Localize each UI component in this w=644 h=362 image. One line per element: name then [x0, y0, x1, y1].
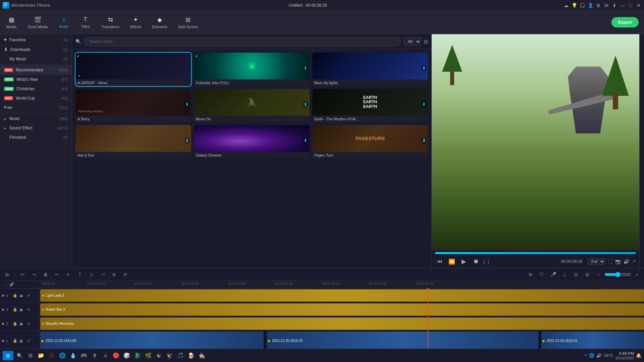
zoom-out-button[interactable]: − [594, 270, 603, 279]
track-mute-button-3[interactable]: 🔈 [19, 307, 25, 313]
timeline-link-button[interactable]: 🔗 [9, 282, 15, 288]
text-tool-button[interactable]: T [75, 270, 84, 279]
audio-preview-btn[interactable]: 🔊 [624, 259, 629, 264]
export-button[interactable]: Export [611, 17, 639, 27]
monitor-icon[interactable]: 🖥 [596, 3, 601, 8]
headset-icon[interactable]: 🎧 [580, 3, 585, 8]
playhead[interactable] [428, 289, 428, 358]
mixer-button[interactable]: ⊥ [560, 270, 569, 279]
cut-button[interactable]: ✂ [53, 270, 61, 279]
taskbar-file-explorer[interactable]: 📁 [36, 351, 46, 360]
step-back-button[interactable]: ⏪ [447, 257, 457, 266]
grid-view-button[interactable]: ⊞ [424, 39, 428, 45]
sidebar-item-music[interactable]: ▶ Music (995) [0, 114, 72, 123]
track-visibility-button-4[interactable]: 👁 [25, 293, 32, 299]
sidebar-item-favorites[interactable]: ♥ Favorites (0) [0, 35, 72, 45]
mail-icon[interactable]: ✉ [604, 3, 609, 8]
audio-card-hat[interactable]: ⬇ Hat & Sun [75, 125, 191, 159]
taskbar-icon-15[interactable]: 🎵 [176, 351, 185, 360]
track-lock-button-1[interactable]: 🔒 [12, 338, 18, 344]
undo-button[interactable]: ↩ [18, 270, 27, 279]
track-mute-button-2[interactable]: 🔈 [19, 321, 25, 327]
taskbar-chrome-icon[interactable]: 🌐 [58, 351, 67, 360]
tray-network[interactable]: 🌐 [589, 353, 594, 358]
audio-card-futuristic[interactable]: ♪ ⬇ ♥ Futuristic Intro FULL [194, 53, 310, 86]
lightbulb-icon[interactable]: 💡 [572, 3, 577, 8]
toolbar-split-screen[interactable]: ⊞ Split Screen [173, 14, 203, 31]
taskbar-icon-17[interactable]: 🧙 [197, 351, 207, 360]
right-scroll-bar[interactable] [639, 34, 644, 268]
audio-card-a-story[interactable]: Piano keys texture ⬇ A Story [75, 89, 191, 122]
delete-button[interactable]: 🗑 [41, 270, 50, 279]
audio-card-blue-city[interactable]: ⬇ Blue city lights [312, 53, 428, 86]
clock[interactable]: 4:48 PM 20/12/2022 [615, 351, 634, 360]
audio-card-a-group[interactable]: ⊕ ♥ A-GROUP - Verve [75, 53, 191, 86]
maximize-button[interactable]: □ [628, 3, 633, 8]
toolbar-stock-media[interactable]: 🎬 Stock Media [23, 14, 53, 31]
sidebar-item-world-cup[interactable]: HOT World Cup (43) [0, 94, 72, 103]
track-visibility-button-2[interactable]: 👁 [25, 321, 32, 327]
close-button[interactable]: ✕ [636, 3, 641, 8]
taskbar-icon-13[interactable]: ☯ [154, 351, 164, 360]
toolbar-effects[interactable]: ✦ Effects [125, 14, 146, 31]
timeline-tracks-container[interactable]: 00:00:00 00:00:01:00 00:00:02:00 00:00:0… [40, 281, 644, 358]
settings-button[interactable]: ⚙ [526, 270, 535, 279]
track-clip-video-2[interactable]: ▶ 2022-12-20-1616-23 [267, 331, 538, 350]
tray-notification[interactable]: 🔔 [636, 353, 641, 358]
timeline-home-button[interactable]: ⌂ [3, 282, 9, 288]
mic-button[interactable]: 🎤 [549, 270, 557, 279]
sidebar-item-recommended[interactable]: HOT Recommended (500) [0, 65, 72, 75]
stop-button[interactable]: ⏹ [471, 257, 481, 266]
taskbar-icon-8[interactable]: ⚔ [101, 351, 110, 360]
search-input[interactable] [84, 37, 401, 46]
taskbar-icon-6[interactable]: 🎮 [79, 351, 89, 360]
sidebar-item-free[interactable]: Free (251) [0, 103, 72, 112]
taskbar-task-view[interactable]: ⧉ [25, 351, 35, 360]
account-icon[interactable]: 👤 [588, 3, 593, 8]
minimize-button[interactable]: — [620, 3, 625, 8]
split-button[interactable]: ⊣ [98, 270, 107, 279]
speed-button[interactable]: ⟳ [121, 270, 130, 279]
track-clip-video-3[interactable]: ▶ 2022-12-20-1616-51 [541, 331, 644, 350]
quality-select[interactable]: Full 1/2 1/4 [588, 258, 605, 265]
keyframe-button[interactable]: ◇ [87, 270, 96, 279]
track-clip-video-1[interactable]: ▶ 2022-12-20-1616-00 [40, 331, 264, 350]
taskbar-search-button[interactable]: 🔍 [15, 351, 24, 360]
toolbar-transitions[interactable]: ⇆ Transitions [97, 14, 124, 31]
taskbar-icon-7[interactable]: 🗡 [90, 351, 99, 360]
taskbar-icon-11[interactable]: 🐉 [133, 351, 142, 360]
track-lock-button-3[interactable]: 🔒 [12, 307, 18, 313]
audio-card-earth[interactable]: EARTH EARTH EARTH ⬇ Earth - The Rhythm O… [312, 89, 428, 122]
toolbar-elements[interactable]: ◆ Elements [147, 14, 172, 31]
toolbar-titles[interactable]: T Titles [75, 14, 96, 31]
sidebar-item-sound-effect[interactable]: ▶ Sound Effect (4274) [0, 123, 72, 133]
sidebar-item-whats-new[interactable]: NEW What's New (67) [0, 75, 72, 84]
fullscreen-button[interactable]: ⛶ [608, 259, 612, 264]
cloud-icon[interactable]: ☁ [564, 3, 569, 8]
export-preview-btn[interactable]: ↗ [632, 259, 636, 264]
track-mute-button-1[interactable]: 🔈 [19, 338, 25, 344]
add-track-button[interactable]: ⊞ [3, 270, 11, 279]
toolbar-media[interactable]: ▦ Media [1, 14, 21, 31]
track-visibility-button-1[interactable]: 👁 [25, 338, 32, 344]
audio-card-move-on[interactable]: 🚴 ⬇ Move On [194, 89, 310, 122]
taskbar-icon-5[interactable]: 💧 [68, 351, 78, 360]
tray-sound[interactable]: 🔊 [596, 353, 602, 358]
sidebar-item-filmstock[interactable]: Filmstock (0) [0, 133, 72, 142]
taskbar-icon-10[interactable]: 🎲 [122, 351, 131, 360]
taskbar-opera-icon[interactable]: O [47, 351, 56, 360]
screenshot-button[interactable]: 📷 [615, 259, 621, 264]
tray-chevron[interactable]: ^ [585, 353, 587, 358]
track-clip-memories[interactable]: ★ Beautifu Memories [40, 317, 644, 330]
track-clip-light-leak[interactable]: ★ Light Leak 5 [40, 289, 644, 302]
redo-button[interactable]: ↪ [30, 270, 39, 279]
taskbar-icon-12[interactable]: 🌿 [144, 351, 153, 360]
track-clip-bokeh[interactable]: ★ Bokeh Blur 5 [40, 303, 644, 316]
pointer-button[interactable]: ↖ [64, 270, 73, 279]
taskbar-icon-16[interactable]: 🍺 [186, 351, 196, 360]
zoom-in-button[interactable]: + [633, 270, 641, 279]
track-mute-button-4[interactable]: 🔈 [19, 293, 25, 299]
crop-button[interactable]: ⊕ [110, 270, 118, 279]
progress-bar[interactable] [435, 252, 636, 254]
taskbar-icon-9[interactable]: 🔴 [111, 351, 121, 360]
